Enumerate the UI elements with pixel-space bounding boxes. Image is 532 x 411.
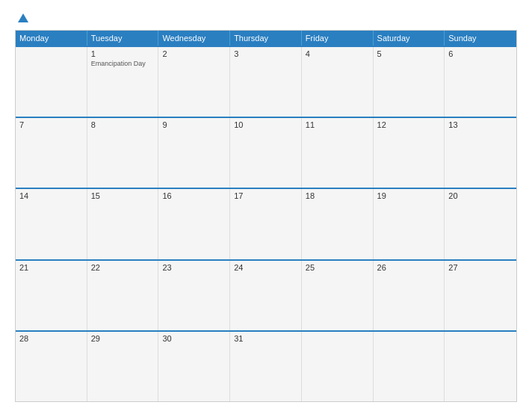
- calendar-cell: 1Emancipation Day: [87, 47, 159, 117]
- day-number: 23: [162, 263, 226, 272]
- day-number: 6: [448, 49, 513, 58]
- day-number: 8: [91, 120, 155, 129]
- calendar-cell: [445, 332, 516, 401]
- calendar-cell: [16, 47, 87, 117]
- day-number: 17: [234, 191, 297, 200]
- weekday-header: Thursday: [230, 31, 302, 46]
- calendar-cell: 12: [374, 118, 445, 188]
- calendar-week-3: 14151617181920: [16, 188, 516, 259]
- day-number: 27: [448, 263, 513, 272]
- day-number: 7: [19, 120, 83, 129]
- calendar-cell: 4: [302, 47, 374, 117]
- calendar-cell: 19: [374, 189, 445, 259]
- calendar-cell: 17: [230, 189, 302, 259]
- weekday-header: Monday: [16, 31, 87, 46]
- day-number: 21: [19, 263, 83, 272]
- calendar-cell: 10: [230, 118, 302, 188]
- calendar-body: 1Emancipation Day23456789101112131415161…: [16, 46, 516, 401]
- day-number: 11: [306, 120, 369, 129]
- day-number: 16: [162, 191, 226, 200]
- day-number: 9: [162, 120, 226, 129]
- calendar-cell: 15: [87, 189, 159, 259]
- calendar-cell: 7: [16, 118, 87, 188]
- calendar-cell: 16: [158, 189, 230, 259]
- calendar-cell: 25: [302, 261, 374, 330]
- day-number: 31: [234, 334, 297, 343]
- calendar-week-2: 78910111213: [16, 117, 516, 188]
- weekday-header: Friday: [302, 31, 374, 46]
- calendar-cell: 9: [158, 118, 230, 188]
- day-number: 30: [162, 334, 226, 343]
- calendar-cell: 8: [87, 118, 159, 188]
- day-number: 15: [91, 191, 155, 200]
- day-number: 3: [234, 49, 297, 58]
- day-number: 4: [306, 49, 369, 58]
- day-number: 14: [19, 191, 83, 200]
- day-number: 10: [234, 120, 297, 129]
- calendar-cell: 23: [158, 261, 230, 330]
- calendar-cell: 2: [158, 47, 230, 117]
- calendar-cell: 26: [374, 261, 445, 330]
- day-number: 12: [377, 120, 441, 129]
- calendar-cell: [374, 332, 445, 401]
- calendar-week-5: 28293031: [16, 330, 516, 401]
- calendar-cell: 14: [16, 189, 87, 259]
- day-number: 13: [448, 120, 513, 129]
- logo: [15, 13, 28, 22]
- calendar-cell: 24: [230, 261, 302, 330]
- calendar-cell: 29: [87, 332, 159, 401]
- day-number: 24: [234, 263, 297, 272]
- calendar: MondayTuesdayWednesdayThursdayFridaySatu…: [15, 30, 517, 402]
- calendar-cell: 27: [445, 261, 516, 330]
- calendar-cell: 13: [445, 118, 516, 188]
- day-number: 2: [162, 49, 226, 58]
- calendar-cell: 6: [445, 47, 516, 117]
- day-number: 28: [19, 334, 83, 343]
- calendar-cell: [302, 332, 374, 401]
- day-number: 1: [91, 49, 155, 58]
- weekday-header: Tuesday: [87, 31, 159, 46]
- weekday-header: Saturday: [374, 31, 445, 46]
- day-number: 18: [306, 191, 369, 200]
- calendar-page: MondayTuesdayWednesdayThursdayFridaySatu…: [0, 0, 532, 411]
- calendar-cell: 5: [374, 47, 445, 117]
- logo-triangle-icon: [18, 13, 28, 22]
- day-number: 29: [91, 334, 155, 343]
- calendar-cell: 30: [158, 332, 230, 401]
- calendar-cell: 22: [87, 261, 159, 330]
- calendar-week-4: 21222324252627: [16, 259, 516, 330]
- holiday-label: Emancipation Day: [91, 60, 155, 68]
- day-number: 5: [377, 49, 441, 58]
- day-number: 20: [448, 191, 513, 200]
- calendar-header: MondayTuesdayWednesdayThursdayFridaySatu…: [16, 31, 516, 46]
- weekday-header: Sunday: [445, 31, 516, 46]
- calendar-cell: 28: [16, 332, 87, 401]
- calendar-cell: 20: [445, 189, 516, 259]
- day-number: 26: [377, 263, 441, 272]
- calendar-cell: 31: [230, 332, 302, 401]
- calendar-cell: 21: [16, 261, 87, 330]
- calendar-cell: 3: [230, 47, 302, 117]
- day-number: 22: [91, 263, 155, 272]
- day-number: 19: [377, 191, 441, 200]
- day-number: 25: [306, 263, 369, 272]
- header: [15, 13, 517, 22]
- calendar-cell: 11: [302, 118, 374, 188]
- weekday-header: Wednesday: [158, 31, 230, 46]
- calendar-week-1: 1Emancipation Day23456: [16, 46, 516, 117]
- calendar-cell: 18: [302, 189, 374, 259]
